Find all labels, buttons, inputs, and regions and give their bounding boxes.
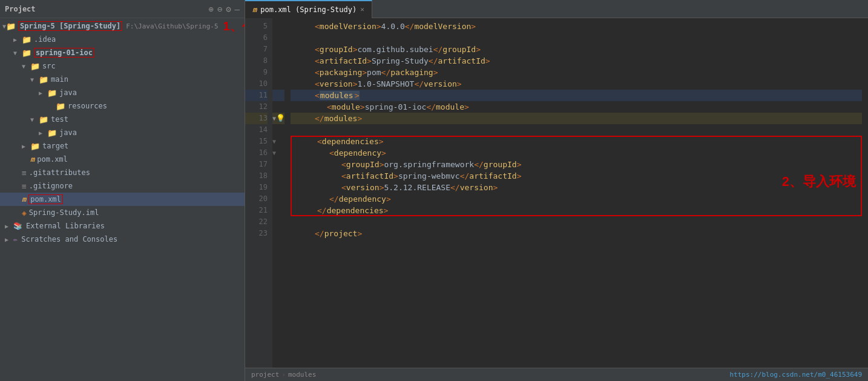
gitignore-icon: ≡	[22, 182, 27, 191]
tree-item-java2[interactable]: ▶ 📁 java	[0, 126, 245, 139]
tree-arrow-java1: ▶	[39, 90, 47, 96]
minimize-icon[interactable]: —	[235, 4, 240, 14]
src-folder-icon: 📁	[30, 62, 40, 71]
breadcrumb-modules: modules	[288, 371, 316, 379]
code-line-18: <artifactId>spring-webmvc</artifactId>	[291, 170, 862, 182]
tree-item-main[interactable]: ▼ 📁 main	[0, 73, 245, 86]
gutter-19	[272, 182, 284, 193]
scratches-label: Scratches and Consoles	[21, 235, 117, 244]
line-num-13: 13	[245, 113, 268, 124]
gutter-16: ▼	[272, 147, 284, 159]
tree-item-gitattributes[interactable]: ≡ .gitattributes	[0, 166, 245, 179]
idea-label: .idea	[34, 35, 56, 44]
tab-pomxml[interactable]: m pom.xml (Spring-Study) ✕	[245, 0, 372, 18]
folder-icon: 📁	[6, 22, 16, 31]
code-line-19: <version>5.2.12.RELEASE</version>	[291, 182, 862, 193]
external-libraries-item[interactable]: ▶ 📚 External Libraries	[0, 219, 245, 233]
tree-item-src[interactable]: ▼ 📁 src	[0, 59, 245, 73]
sidebar-header: Project ⊕ ⊖ ⚙ —	[0, 0, 245, 18]
editor-tabs: m pom.xml (Spring-Study) ✕	[245, 0, 868, 18]
gutter-13: ▼ 💡	[272, 113, 284, 124]
gutter-9	[272, 67, 284, 78]
line-num-20: 20	[245, 193, 268, 205]
collapse-icon[interactable]: ⊖	[217, 4, 222, 14]
dependencies-block: <dependencies> <dependency>	[291, 136, 862, 216]
gutter-7	[272, 44, 284, 55]
line-num-9: 9	[245, 67, 268, 78]
line-num-6: 6	[245, 32, 268, 44]
hint-icon-13: 💡	[276, 113, 285, 124]
tree-item-target[interactable]: ▶ 📁 target	[0, 139, 245, 153]
resources-label: resources	[68, 102, 107, 110]
code-line-15: <dependencies>	[291, 136, 862, 147]
code-text-5: <modelVersion>4.0.0</modelVersion>	[291, 21, 862, 32]
code-text-21: </dependencies>	[293, 205, 862, 216]
tree-item-gitignore[interactable]: ≡ .gitignore	[0, 179, 245, 193]
gutter-15: ▼	[272, 136, 284, 147]
tree-item-idea[interactable]: ▶ 📁 .idea	[0, 33, 245, 46]
tree-item-pom2[interactable]: m pom.xml	[0, 193, 245, 206]
status-bar: project › modules https://blog.csdn.net/…	[245, 368, 868, 381]
tree-item-resources[interactable]: 📁 resources	[0, 99, 245, 113]
tree-arrow-main: ▼	[30, 76, 39, 83]
line-num-18: 18	[245, 170, 268, 182]
fold-icon-15[interactable]: ▼	[272, 136, 276, 147]
tab-close-button[interactable]: ✕	[360, 5, 364, 13]
scratches-icon: ✏	[13, 235, 18, 244]
tree-item-test[interactable]: ▼ 📁 test	[0, 113, 245, 126]
line-num-21: 21	[245, 205, 268, 216]
scratches-arrow: ▶	[5, 236, 13, 243]
scratches-consoles-item[interactable]: ▶ ✏ Scratches and Consoles	[0, 233, 245, 246]
line-num-16: 16	[245, 147, 268, 159]
code-text-11: <modules>	[291, 90, 862, 101]
code-line-7: <groupId>com.github.subei</groupId>	[291, 44, 862, 55]
ext-lib-icon: 📚	[13, 222, 22, 230]
tab-label: pom.xml (Spring-Study)	[260, 5, 357, 14]
tree-item-java1[interactable]: ▶ 📁 java	[0, 86, 245, 99]
line-num-5: 5	[245, 21, 268, 32]
fold-gutter: ▼ 💡 ▼ ▼	[272, 18, 284, 368]
code-line-12: <module>spring-01-ioc</module>	[291, 101, 862, 113]
code-text-12: <module>spring-01-ioc</module>	[291, 101, 862, 113]
code-text-23: </project>	[291, 228, 862, 239]
tree-item-spring01ioc[interactable]: ▼ 📁 spring-01-ioc	[0, 46, 245, 59]
gutter-23	[272, 228, 284, 239]
tree-arrow-java2: ▶	[39, 130, 47, 136]
tree-item-springiml[interactable]: ◈ Spring-Study.iml	[0, 206, 245, 219]
pom2-label: pom.xml	[28, 194, 63, 204]
code-text-16: <dependency>	[293, 147, 862, 159]
code-text-10: <version>1.0-SNAPSHOT</version>	[291, 78, 862, 90]
code-line-10: <version>1.0-SNAPSHOT</version>	[291, 78, 862, 90]
project-tree: ▼ 📁 Spring-5 [Spring-Study] F:\Java\Gith…	[0, 18, 245, 381]
java1-label: java	[59, 88, 77, 97]
project-path: F:\Java\Github\Spring-5	[126, 22, 218, 30]
spring01ioc-label: spring-01-ioc	[34, 48, 94, 58]
resources-folder-icon: 📁	[56, 102, 65, 111]
sidebar-toolbar: ⊕ ⊖ ⚙ —	[208, 4, 240, 14]
editor-content: 5 6 7 8 9 10 11 12 13 14 15 16 17 18 19 …	[245, 18, 868, 368]
gutter-8	[272, 55, 284, 67]
idea-folder-icon: 📁	[22, 35, 31, 44]
line-num-22: 22	[245, 216, 268, 228]
settings-icon[interactable]: ⚙	[226, 4, 231, 14]
ext-lib-arrow: ▶	[5, 223, 13, 230]
add-content-icon[interactable]: ⊕	[208, 4, 213, 14]
gutter-5	[272, 21, 284, 32]
code-text-20: </dependency>	[293, 193, 862, 205]
gutter-20	[272, 193, 284, 205]
tree-item-pom1[interactable]: m pom.xml	[0, 153, 245, 166]
project-root-label: Spring-5 [Spring-Study]	[18, 21, 122, 31]
code-text-13: </modules>	[291, 113, 862, 124]
gutter-12	[272, 101, 284, 113]
code-line-16: <dependency>	[291, 147, 862, 159]
code-content[interactable]: <modelVersion>4.0.0</modelVersion> <grou…	[284, 18, 868, 368]
pom2-icon: m	[22, 195, 26, 204]
code-text-7: <groupId>com.github.subei</groupId>	[291, 44, 862, 55]
fold-icon-16[interactable]: ▼	[272, 147, 276, 159]
breadcrumb-sep1: ›	[281, 371, 286, 379]
code-line-8: <artifactId>Spring-Study</artifactId>	[291, 55, 862, 67]
main-folder-icon: 📁	[39, 75, 48, 84]
tree-item-spring5[interactable]: ▼ 📁 Spring-5 [Spring-Study] F:\Java\Gith…	[0, 19, 245, 33]
springiml-icon: ◈	[22, 208, 27, 217]
gutter-10	[272, 78, 284, 90]
